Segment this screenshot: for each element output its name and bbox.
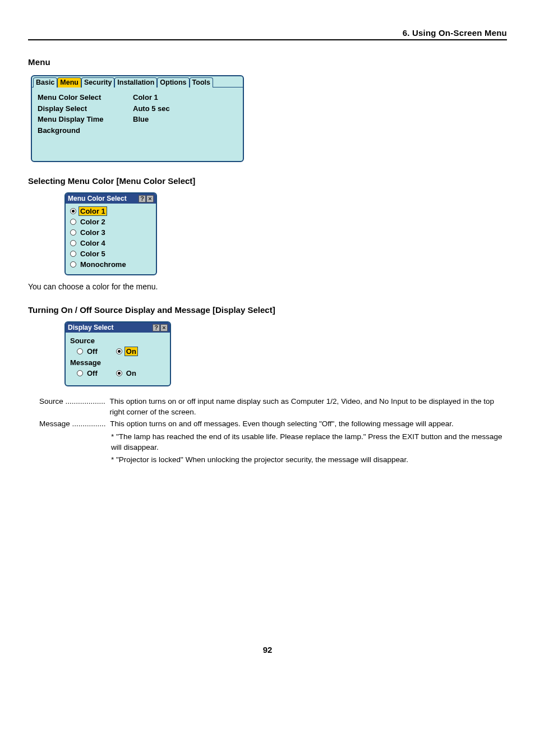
osd-tab-basic[interactable]: Basic bbox=[33, 77, 57, 87]
popup-title-text: Menu Color Select bbox=[68, 195, 139, 202]
radio-message-on[interactable]: On bbox=[116, 368, 138, 379]
osd-row-label[interactable]: Background bbox=[38, 125, 133, 136]
osd-row-label[interactable]: Menu Color Select bbox=[38, 92, 133, 103]
def-note-1: * "The lamp has reached the end of its u… bbox=[111, 432, 507, 453]
radio-label: Off bbox=[85, 347, 99, 356]
radio-icon bbox=[77, 370, 83, 376]
radio-label: Color 2 bbox=[79, 217, 107, 227]
osd-values-col: Color 1 Auto 5 sec Blue bbox=[133, 92, 170, 136]
radio-icon bbox=[116, 348, 122, 354]
help-icon[interactable]: ? bbox=[153, 324, 160, 331]
osd-tab-installation[interactable]: Installation bbox=[114, 77, 157, 87]
close-icon[interactable]: × bbox=[160, 324, 168, 331]
message-radio-row: Off On bbox=[70, 368, 165, 379]
definitions: Source ................... This option t… bbox=[39, 397, 507, 465]
group-label-message: Message bbox=[70, 358, 165, 367]
radio-icon bbox=[70, 208, 76, 214]
osd-tab-menu[interactable]: Menu bbox=[57, 77, 81, 87]
help-icon[interactable]: ? bbox=[139, 195, 146, 202]
radio-label: On bbox=[124, 368, 138, 378]
section-heading-menu: Menu bbox=[28, 57, 507, 67]
radio-color-4[interactable]: Color 4 bbox=[70, 238, 151, 248]
popup-title-text: Display Select bbox=[68, 324, 153, 331]
osd-row-label[interactable]: Display Select bbox=[38, 103, 133, 114]
radio-color-3[interactable]: Color 3 bbox=[70, 227, 151, 238]
osd-labels-col: Menu Color Select Display Select Menu Di… bbox=[38, 92, 133, 136]
osd-row-value: Auto 5 sec bbox=[133, 103, 170, 114]
def-desc: This option turns on and off messages. E… bbox=[108, 419, 507, 430]
radio-source-off[interactable]: Off bbox=[77, 346, 99, 357]
menu-color-select-popup: Menu Color Select ? × Color 1 Color 2 Co… bbox=[64, 192, 157, 275]
def-dots: ................... bbox=[66, 397, 105, 418]
def-source: Source ................... This option t… bbox=[39, 397, 507, 418]
subheading-display-select: Turning On / Off Source Display and Mess… bbox=[28, 305, 507, 315]
osd-body: Menu Color Select Display Select Menu Di… bbox=[32, 87, 243, 161]
subheading-color-select: Selecting Menu Color [Menu Color Select] bbox=[28, 176, 507, 186]
def-term: Message bbox=[39, 419, 70, 430]
radio-color-5[interactable]: Color 5 bbox=[70, 248, 151, 259]
popup-titlebar: Menu Color Select ? × bbox=[66, 193, 156, 204]
radio-message-off[interactable]: Off bbox=[77, 368, 99, 379]
radio-label: Off bbox=[85, 368, 99, 378]
radio-label: Color 1 bbox=[79, 206, 107, 216]
header-rule: 6. Using On-Screen Menu bbox=[28, 39, 507, 40]
radio-icon bbox=[70, 219, 76, 225]
radio-color-1[interactable]: Color 1 bbox=[70, 206, 151, 216]
osd-tab-security[interactable]: Security bbox=[81, 77, 114, 87]
osd-row-value: Blue bbox=[133, 114, 170, 125]
def-note-2: * "Projector is locked" When unlocking t… bbox=[111, 455, 507, 465]
source-radio-row: Off On bbox=[70, 346, 165, 357]
popup-titlebar: Display Select ? × bbox=[66, 322, 170, 333]
def-message: Message ................ This option tur… bbox=[39, 419, 507, 430]
popup-body: Source Off On Message Off bbox=[66, 333, 170, 385]
def-term: Source bbox=[39, 397, 63, 418]
osd-tab-options[interactable]: Options bbox=[157, 77, 189, 87]
page-number: 92 bbox=[28, 645, 507, 654]
popup-body: Color 1 Color 2 Color 3 Color 4 Color 5 … bbox=[66, 204, 156, 274]
osd-row-value: Color 1 bbox=[133, 92, 170, 103]
radio-label: Color 4 bbox=[79, 238, 107, 248]
radio-color-2[interactable]: Color 2 bbox=[70, 216, 151, 227]
radio-label: Color 5 bbox=[79, 249, 107, 259]
radio-label: Color 3 bbox=[79, 228, 107, 237]
popup-titlebar-icons: ? × bbox=[153, 324, 168, 331]
radio-source-on[interactable]: On bbox=[116, 346, 138, 357]
close-icon[interactable]: × bbox=[146, 195, 154, 202]
radio-icon bbox=[77, 348, 83, 354]
radio-icon bbox=[116, 370, 122, 376]
page: 6. Using On-Screen Menu Menu Basic Menu … bbox=[0, 0, 535, 677]
display-select-popup: Display Select ? × Source Off On Message bbox=[64, 321, 171, 386]
osd-row-label[interactable]: Menu Display Time bbox=[38, 114, 133, 125]
radio-label: Monochrome bbox=[79, 260, 128, 269]
chapter-heading: 6. Using On-Screen Menu bbox=[403, 28, 507, 38]
def-dots: ................ bbox=[72, 419, 106, 430]
radio-icon bbox=[70, 251, 76, 257]
osd-tab-bar: Basic Menu Security Installation Options… bbox=[32, 76, 243, 87]
paragraph-color-choose: You can choose a color for the menu. bbox=[28, 282, 507, 291]
group-label-source: Source bbox=[70, 336, 165, 345]
radio-monochrome[interactable]: Monochrome bbox=[70, 259, 151, 270]
radio-label: On bbox=[124, 347, 138, 356]
radio-icon bbox=[70, 229, 76, 236]
radio-icon bbox=[70, 240, 76, 246]
radio-icon bbox=[70, 261, 76, 268]
osd-menu-screenshot: Basic Menu Security Installation Options… bbox=[31, 75, 244, 162]
osd-tab-tools[interactable]: Tools bbox=[190, 77, 213, 87]
def-desc: This option turns on or off input name d… bbox=[108, 397, 507, 418]
popup-titlebar-icons: ? × bbox=[139, 195, 154, 202]
